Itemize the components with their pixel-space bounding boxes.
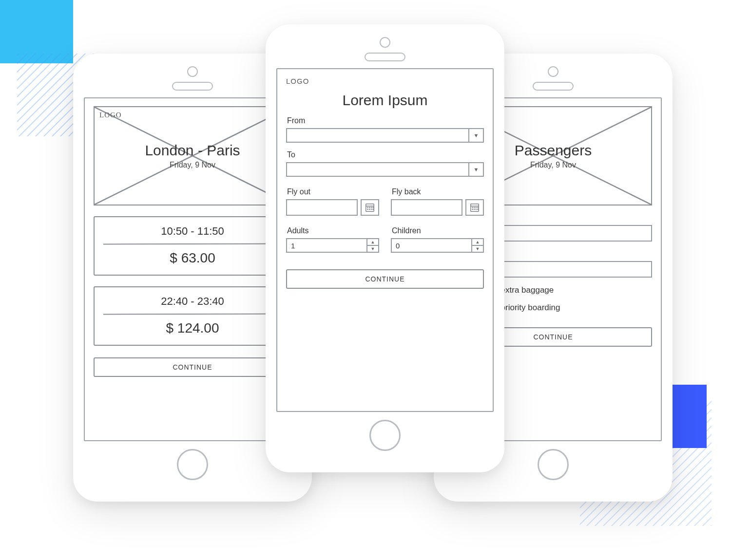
device-camera-icon bbox=[380, 37, 390, 48]
from-label: From bbox=[287, 116, 484, 125]
phone-search: LOGO Lorem Ipsum From ▼ To ▼ Fly out bbox=[266, 24, 504, 472]
flyback-date-field[interactable] bbox=[391, 199, 484, 216]
device-camera-icon bbox=[548, 66, 558, 77]
continue-button[interactable]: CONTINUE bbox=[286, 269, 484, 289]
svg-point-20 bbox=[472, 209, 473, 209]
device-home-button[interactable] bbox=[177, 449, 208, 480]
svg-point-19 bbox=[478, 207, 478, 207]
chevron-up-icon[interactable]: ▲ bbox=[367, 239, 378, 245]
to-dropdown[interactable]: ▼ bbox=[286, 162, 484, 177]
chevron-down-icon: ▼ bbox=[468, 128, 484, 143]
chevron-down-icon[interactable]: ▼ bbox=[367, 245, 378, 252]
flyout-date-field[interactable] bbox=[286, 199, 379, 216]
logo-text: LOGO bbox=[286, 77, 484, 85]
svg-point-10 bbox=[367, 209, 368, 209]
svg-point-21 bbox=[474, 209, 475, 209]
passengers-title: Passengers bbox=[515, 142, 592, 159]
search-title: Lorem Ipsum bbox=[286, 92, 484, 109]
flight-option-time: 22:40 - 23:40 bbox=[103, 295, 282, 308]
svg-point-6 bbox=[367, 207, 368, 207]
screen-search: LOGO Lorem Ipsum From ▼ To ▼ Fly out bbox=[276, 68, 494, 412]
svg-point-17 bbox=[474, 207, 475, 207]
date-subtitle: Friday, 9 Nov bbox=[170, 161, 215, 169]
svg-point-23 bbox=[478, 209, 478, 209]
calendar-icon[interactable] bbox=[465, 199, 484, 216]
svg-point-13 bbox=[373, 209, 373, 209]
svg-point-9 bbox=[373, 207, 373, 207]
flight-option-2[interactable]: 22:40 - 23:40 $ 124.00 bbox=[94, 286, 291, 346]
device-home-button[interactable] bbox=[369, 420, 401, 451]
header-image-placeholder: LOGO London - Paris Friday, 9 Nov bbox=[94, 106, 291, 205]
chevron-down-icon[interactable]: ▼ bbox=[472, 245, 483, 252]
route-title: London - Paris bbox=[145, 142, 240, 159]
adults-stepper[interactable]: 1 ▲▼ bbox=[286, 238, 379, 253]
svg-point-18 bbox=[476, 207, 476, 207]
svg-point-7 bbox=[369, 207, 370, 207]
device-speaker-icon bbox=[172, 82, 213, 91]
chevron-up-icon[interactable]: ▲ bbox=[472, 239, 483, 245]
logo-text: LOGO bbox=[99, 111, 122, 119]
decor-square-blue bbox=[673, 385, 707, 448]
svg-point-22 bbox=[476, 209, 476, 209]
adults-value: 1 bbox=[286, 238, 366, 253]
flight-option-1[interactable]: 10:50 - 11:50 $ 63.00 bbox=[94, 216, 291, 276]
calendar-icon[interactable] bbox=[361, 199, 379, 216]
to-label: To bbox=[287, 150, 484, 159]
flyback-label: Fly back bbox=[392, 187, 484, 196]
device-speaker-icon bbox=[533, 82, 574, 91]
device-speaker-icon bbox=[365, 53, 405, 61]
flight-option-time: 10:50 - 11:50 bbox=[103, 225, 282, 238]
svg-point-8 bbox=[371, 207, 371, 207]
chevron-down-icon: ▼ bbox=[468, 162, 484, 177]
from-dropdown[interactable]: ▼ bbox=[286, 128, 484, 143]
svg-point-11 bbox=[369, 209, 370, 209]
adults-label: Adults bbox=[287, 226, 379, 235]
divider bbox=[103, 243, 282, 245]
flight-option-price: $ 63.00 bbox=[103, 250, 282, 266]
svg-point-12 bbox=[371, 209, 371, 209]
flyout-label: Fly out bbox=[287, 187, 379, 196]
date-subtitle: Friday, 9 Nov bbox=[530, 161, 576, 169]
svg-point-16 bbox=[472, 207, 473, 207]
device-camera-icon bbox=[187, 66, 198, 77]
children-value: 0 bbox=[391, 238, 471, 253]
continue-button[interactable]: CONTINUE bbox=[94, 357, 291, 377]
children-label: Children bbox=[392, 226, 484, 235]
children-stepper[interactable]: 0 ▲▼ bbox=[391, 238, 484, 253]
device-home-button[interactable] bbox=[538, 449, 569, 480]
divider bbox=[103, 314, 282, 315]
flight-option-price: $ 124.00 bbox=[103, 320, 282, 336]
